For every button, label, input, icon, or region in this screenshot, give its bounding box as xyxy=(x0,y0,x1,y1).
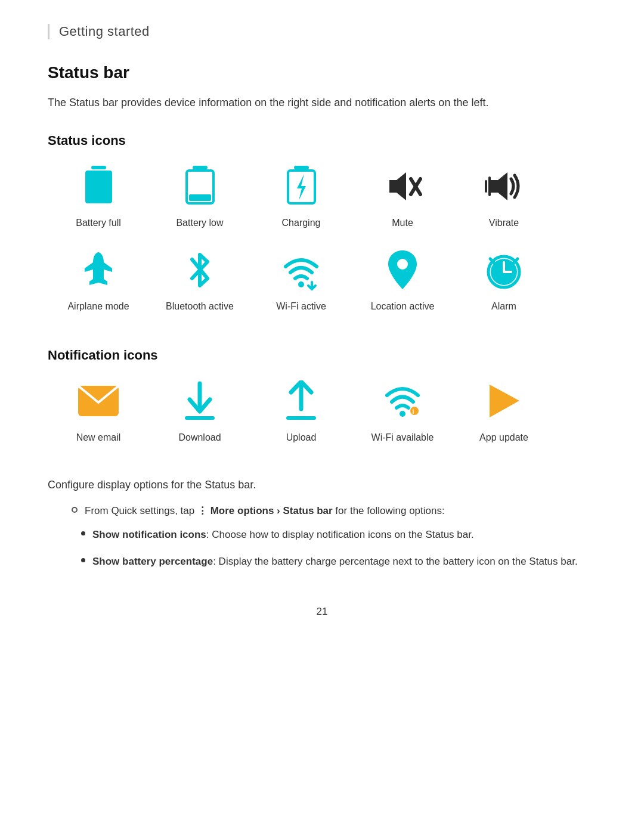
email-label: New email xyxy=(76,432,121,443)
vibrate-icon xyxy=(480,163,528,210)
bullet1-bold: Show notification icons xyxy=(92,529,206,540)
notification-icons-grid: New email Download Upload xyxy=(48,377,596,461)
list-item: Bluetooth active xyxy=(149,246,250,312)
configure-text: Configure display options for the Status… xyxy=(48,479,596,491)
charging-icon xyxy=(277,163,325,210)
list-item: New email xyxy=(48,377,149,443)
svg-rect-5 xyxy=(294,166,309,169)
svg-text:i: i xyxy=(413,408,414,415)
dot-bullet xyxy=(81,531,85,535)
svg-marker-31 xyxy=(490,385,519,417)
bullet1-rest: : Choose how to display notification ico… xyxy=(206,529,474,540)
email-icon xyxy=(75,377,122,425)
app-update-label: App update xyxy=(479,432,528,443)
notification-icons-title: Notification icons xyxy=(48,348,596,363)
mute-icon xyxy=(379,163,426,210)
battery-full-icon xyxy=(75,163,122,210)
app-update-icon xyxy=(480,377,528,425)
alarm-icon xyxy=(480,246,528,294)
list-item: Location active xyxy=(352,246,453,312)
list-item: Download xyxy=(149,377,250,443)
quick-settings-text: From Quick settings, tap ⋮ More options … xyxy=(85,503,445,519)
mute-label: Mute xyxy=(392,218,413,228)
list-item: Battery full xyxy=(48,163,149,228)
list-item: Wi-Fi active xyxy=(250,246,352,312)
battery-low-icon xyxy=(176,163,224,210)
list-item: Charging xyxy=(250,163,352,228)
status-icons-title: Status icons xyxy=(48,133,596,148)
list-item: From Quick settings, tap ⋮ More options … xyxy=(72,503,596,519)
wifi-active-icon xyxy=(277,246,325,294)
airplane-label: Airplane mode xyxy=(67,301,129,312)
wifi-active-label: Wi-Fi active xyxy=(276,301,326,312)
list-item: Airplane mode xyxy=(48,246,149,312)
battery-low-label: Battery low xyxy=(176,218,223,228)
bullet2-rest: : Display the battery charge percentage … xyxy=(213,556,577,567)
notification-icons-section: Notification icons New email Download xyxy=(48,348,596,461)
list-item: Show notification icons: Choose how to d… xyxy=(81,527,596,543)
bullet2-text: Show battery percentage: Display the bat… xyxy=(92,553,578,569)
dot-bullet xyxy=(81,558,85,562)
download-label: Download xyxy=(178,432,221,443)
bullet1-text: Show notification icons: Choose how to d… xyxy=(92,527,474,543)
bluetooth-icon xyxy=(176,246,224,294)
svg-point-28 xyxy=(400,411,405,417)
list-item: Alarm xyxy=(453,246,555,312)
wifi-available-icon: i xyxy=(379,377,426,425)
charging-label: Charging xyxy=(282,218,321,228)
airplane-icon xyxy=(75,246,122,294)
page-description: The Status bar provides device informati… xyxy=(48,94,596,112)
list-item: Upload xyxy=(250,377,352,443)
status-icons-grid: Battery full Battery low Charging xyxy=(48,163,596,330)
circle-bullet xyxy=(72,507,78,513)
svg-rect-1 xyxy=(85,171,112,203)
svg-rect-4 xyxy=(189,194,211,201)
page-title: Status bar xyxy=(48,63,596,82)
breadcrumb: Getting started xyxy=(48,24,596,39)
wifi-available-label: Wi-Fi available xyxy=(371,432,434,443)
sub-bullet-list: Show notification icons: Choose how to d… xyxy=(81,527,596,569)
alarm-label: Alarm xyxy=(491,301,516,312)
location-label: Location active xyxy=(371,301,435,312)
svg-marker-11 xyxy=(491,172,507,200)
download-icon xyxy=(176,377,224,425)
location-icon xyxy=(379,246,426,294)
bullet2-bold: Show battery percentage xyxy=(92,556,213,567)
svg-rect-0 xyxy=(91,166,106,169)
svg-rect-2 xyxy=(193,166,208,169)
upload-label: Upload xyxy=(286,432,317,443)
vibrate-label: Vibrate xyxy=(489,218,519,228)
svg-point-14 xyxy=(298,281,304,287)
bullet-list: From Quick settings, tap ⋮ More options … xyxy=(72,503,596,519)
battery-full-label: Battery full xyxy=(76,218,121,228)
page-number: 21 xyxy=(48,606,596,618)
svg-marker-7 xyxy=(297,174,306,200)
bluetooth-label: Bluetooth active xyxy=(166,301,234,312)
list-item: Show battery percentage: Display the bat… xyxy=(81,553,596,569)
list-item: i Wi-Fi available xyxy=(352,377,453,443)
svg-point-29 xyxy=(410,407,419,415)
list-item: App update xyxy=(453,377,555,443)
list-item: Battery low xyxy=(149,163,250,228)
svg-marker-8 xyxy=(389,172,406,200)
list-item: Mute xyxy=(352,163,453,228)
upload-icon xyxy=(277,377,325,425)
svg-point-16 xyxy=(397,259,408,270)
list-item: Vibrate xyxy=(453,163,555,228)
